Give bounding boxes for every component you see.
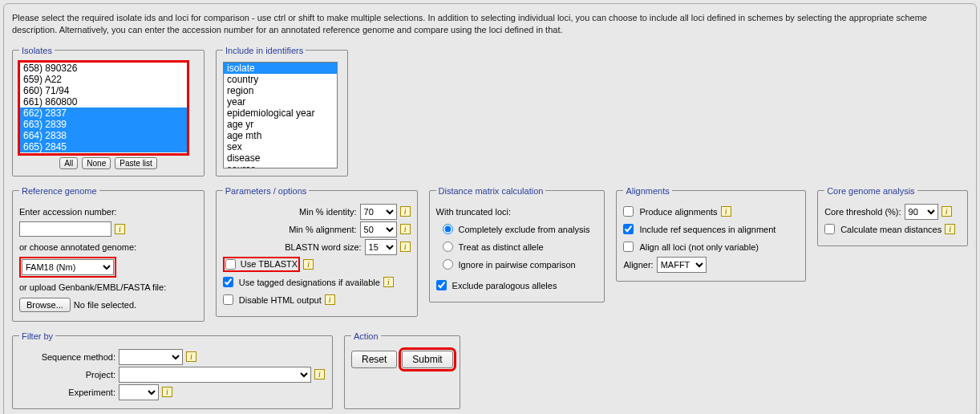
info-icon[interactable]: i [186,351,196,362]
use-tblastx-checkbox[interactable] [225,259,236,270]
info-icon[interactable]: i [383,277,394,287]
seq-method-select[interactable] [119,349,183,365]
blastn-label: BLASTN word size: [285,242,361,252]
project-label: Project: [19,370,115,380]
identifiers-legend: Include in identifiers [223,46,306,55]
seq-method-label: Sequence method: [19,352,115,362]
identifier-option[interactable]: source [224,164,337,168]
filter-legend: Filter by [19,331,55,341]
identifier-option[interactable]: isolate [224,63,337,74]
truncated-exclude-radio[interactable] [443,224,453,234]
isolates-listbox[interactable]: 658) 890326659) A22660) 71/94661) 860800… [19,62,188,154]
include-ref-checkbox[interactable] [623,224,634,234]
refgenome-legend: Reference genome [19,186,99,196]
use-tagged-label: Use tagged designations if available [239,278,380,287]
info-icon[interactable]: i [400,242,411,252]
aligner-select[interactable]: MAFFT [657,257,707,273]
calc-mean-checkbox[interactable] [824,224,835,234]
isolates-legend: Isolates [19,46,55,55]
info-icon[interactable]: i [115,224,125,234]
isolates-paste-button[interactable]: Paste list [115,157,157,169]
main-panel: Please select the required isolate ids a… [3,3,977,414]
identifier-option[interactable]: sex [224,141,337,152]
info-icon[interactable]: i [400,206,411,217]
isolate-option[interactable]: 663) 2839 [20,119,187,130]
info-icon[interactable]: i [400,224,411,234]
info-icon[interactable]: i [314,369,325,380]
parameters-fieldset: Parameters / options Min % identity: 70 … [216,186,418,317]
submit-button[interactable]: Submit [402,351,452,368]
identifier-option[interactable]: region [224,85,337,96]
reset-button[interactable]: Reset [351,351,397,368]
truncated-distinct-radio[interactable] [443,242,453,252]
annotated-genome-select[interactable]: FAM18 (Nm) [22,259,114,275]
identifier-option[interactable]: country [224,74,337,85]
truncated-ignore-radio[interactable] [443,259,453,270]
accession-input[interactable] [19,221,111,237]
info-icon[interactable]: i [303,259,314,270]
isolate-option[interactable]: 664) 2838 [20,130,187,141]
enter-accession-label: Enter accession number: [19,207,117,217]
core-threshold-label: Core threshold (%): [824,207,901,217]
filter-fieldset: Filter by Sequence method: i Project: i … [12,331,333,409]
reference-genome-fieldset: Reference genome Enter accession number:… [12,186,205,322]
exclude-paralogous-checkbox[interactable] [436,280,447,290]
identifier-option[interactable]: epidemiological year [224,108,337,119]
distance-legend: Distance matrix calculation [436,186,546,196]
isolates-all-button[interactable]: All [59,157,78,169]
isolate-option[interactable]: 658) 890326 [20,63,187,74]
project-select[interactable] [119,367,311,383]
info-icon[interactable]: i [325,294,335,305]
align-all-checkbox[interactable] [623,242,634,252]
core-genome-fieldset: Core genome analysis Core threshold (%):… [817,186,968,246]
identifier-option[interactable]: disease [224,152,337,164]
truncated-distinct-label: Treat as distinct allele [459,242,544,252]
isolate-option[interactable]: 660) 71/94 [20,85,187,96]
blastn-select[interactable]: 15 [365,239,397,255]
experiment-select[interactable] [119,384,159,400]
core-threshold-select[interactable]: 90 [905,204,938,220]
exclude-paralogous-label: Exclude paralogous alleles [452,281,557,290]
identifier-option[interactable]: year [224,96,337,108]
isolates-none-button[interactable]: None [82,157,111,169]
intro-text: Please select the required isolate ids a… [12,12,968,36]
align-all-label: Align all loci (not only variable) [639,242,759,252]
aligner-label: Aligner: [623,260,653,270]
or-upload-label: or upload Genbank/EMBL/FASTA file: [19,282,166,292]
min-alignment-label: Min % alignment: [289,225,356,234]
truncated-ignore-label: Ignore in pairwise comparison [459,260,576,270]
use-tagged-checkbox[interactable] [223,277,233,287]
min-alignment-select[interactable]: 50 [360,221,397,237]
produce-alignments-label: Produce alignments [639,207,717,217]
identifiers-listbox[interactable]: isolatecountryregionyearepidemiological … [223,62,338,168]
isolate-option[interactable]: 661) 860800 [20,96,187,108]
produce-alignments-checkbox[interactable] [623,206,634,217]
experiment-label: Experiment: [19,388,115,397]
info-icon[interactable]: i [945,224,955,234]
isolate-option[interactable]: 659) A22 [20,74,187,85]
isolate-option[interactable]: 665) 2845 [20,141,187,152]
no-file-label: No file selected. [74,300,136,310]
isolate-option[interactable]: 662) 2837 [20,108,187,119]
identifier-option[interactable]: age mth [224,130,337,141]
info-icon[interactable]: i [942,206,952,217]
or-choose-label: or choose annotated genome: [19,242,136,252]
action-fieldset: Action Reset Submit [344,331,460,409]
use-tblastx-label: Use TBLASTX [241,259,298,269]
disable-html-checkbox[interactable] [223,294,233,305]
params-legend: Parameters / options [223,186,310,196]
min-identity-label: Min % identity: [299,207,357,217]
browse-button[interactable]: Browse... [19,298,71,312]
alignments-fieldset: Alignments Produce alignments i Include … [616,186,806,282]
identifier-option[interactable]: age yr [224,119,337,130]
include-ref-label: Include ref sequences in alignment [639,225,775,234]
core-legend: Core genome analysis [824,186,917,196]
with-truncated-label: With truncated loci: [436,207,512,217]
alignments-legend: Alignments [623,186,671,196]
info-icon[interactable]: i [721,206,731,217]
disable-html-label: Disable HTML output [239,295,322,305]
action-legend: Action [351,331,381,341]
identifiers-fieldset: Include in identifiers isolatecountryreg… [216,46,348,177]
info-icon[interactable]: i [162,387,172,397]
min-identity-select[interactable]: 70 [360,204,397,220]
